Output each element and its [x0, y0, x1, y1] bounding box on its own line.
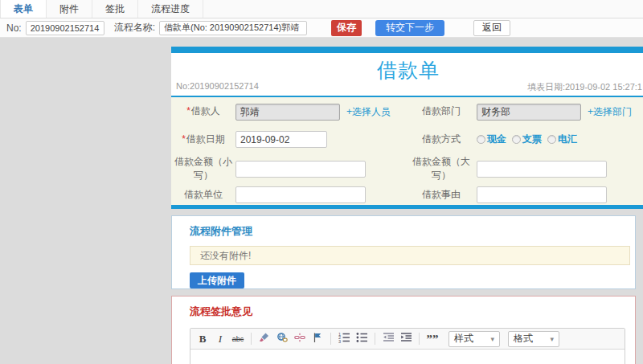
- bulleted-list-button[interactable]: [354, 331, 370, 347]
- bold-button[interactable]: B: [195, 331, 211, 347]
- format-dropdown[interactable]: 格式 ▾: [508, 331, 559, 347]
- borrow-reason-input[interactable]: [477, 186, 607, 203]
- radio-option-cheque[interactable]: 支票: [512, 133, 542, 146]
- upload-attachment-button[interactable]: 上传附件: [190, 272, 244, 288]
- amount-lowercase-label: 借款金额（小写）: [171, 155, 235, 183]
- numbered-list-button[interactable]: 123: [336, 331, 352, 347]
- strikethrough-button[interactable]: abc: [230, 331, 246, 347]
- form-no-text: No:20190902152714: [176, 81, 259, 93]
- blockquote-button[interactable]: ””: [424, 331, 440, 347]
- tab-attachments[interactable]: 附件: [47, 0, 92, 18]
- approval-section-heading: 流程签批意见: [190, 305, 635, 319]
- unlink-icon: [294, 332, 305, 346]
- outdent-button[interactable]: [380, 331, 396, 347]
- required-marker: *: [186, 105, 190, 117]
- rich-text-editor: B I abc 123: [190, 328, 625, 364]
- chevron-down-icon: ▾: [550, 335, 554, 343]
- approval-section: 流程签批意见 B I abc: [171, 296, 636, 364]
- command-bar: No: 流程名称: 保存 转交下一步 返回: [0, 18, 643, 38]
- editor-toolbar: B I abc 123: [190, 329, 625, 350]
- outdent-icon: [383, 332, 395, 346]
- toolbar-separator: [375, 333, 375, 345]
- borrow-reason-label: 借款事由: [406, 188, 477, 202]
- process-name-input[interactable]: [159, 21, 307, 35]
- attachment-section-heading: 流程附件管理: [190, 224, 635, 239]
- save-button[interactable]: 保存: [331, 20, 362, 36]
- form-bottom-bar: [171, 205, 643, 209]
- remove-format-button[interactable]: [256, 331, 272, 347]
- no-attachment-message: 还没有附件!: [190, 246, 630, 265]
- anchor-flag-button[interactable]: [309, 331, 326, 347]
- tab-approval[interactable]: 签批: [92, 0, 138, 18]
- borrow-unit-label: 借款单位: [171, 188, 235, 202]
- radio-option-cash[interactable]: 现金: [477, 133, 506, 146]
- unlink-button[interactable]: [292, 331, 308, 347]
- tab-bar: 表单 附件 签批 流程进度: [0, 0, 643, 18]
- borrower-label: *借款人: [171, 104, 235, 118]
- radio-icon[interactable]: [547, 135, 556, 144]
- no-label: No:: [6, 22, 22, 34]
- radio-icon[interactable]: [477, 135, 485, 144]
- app-screen: 表单 附件 签批 流程进度 No: 流程名称: 保存 转交下一步 返回 借款单 …: [0, 0, 643, 364]
- indent-icon: [400, 332, 412, 346]
- chevron-down-icon: ▾: [490, 335, 494, 343]
- indent-button[interactable]: [398, 331, 414, 347]
- tab-form[interactable]: 表单: [0, 0, 47, 18]
- department-label: 借款部门: [406, 104, 477, 118]
- numbered-list-icon: 123: [338, 332, 350, 346]
- link-icon: [276, 332, 288, 346]
- forward-next-step-button[interactable]: 转交下一步: [375, 20, 444, 36]
- editor-content[interactable]: [190, 350, 625, 364]
- remove-format-icon: [259, 332, 270, 346]
- italic-button[interactable]: I: [212, 331, 228, 347]
- select-person-link[interactable]: +选择人员: [346, 105, 391, 119]
- radio-option-wire-transfer[interactable]: 电汇: [547, 133, 577, 146]
- no-input[interactable]: [26, 21, 104, 35]
- borrow-method-radio-group: 现金 支票 电汇: [477, 133, 577, 146]
- anchor-flag-icon: [312, 332, 323, 346]
- toolbar-separator: [419, 333, 420, 345]
- bulleted-list-icon: [356, 332, 368, 346]
- attachment-section: 流程附件管理 还没有附件! 上传附件: [171, 215, 636, 289]
- loan-form-fields: *借款人 +选择人员 借款部门 +选择部门 *借款日期 借款方式: [171, 97, 643, 205]
- borrower-input[interactable]: [235, 104, 340, 121]
- loan-form-card: 借款单 No:20190902152714 填表日期:2019-09-02 15…: [171, 47, 643, 209]
- form-fill-date-text: 填表日期:2019-09-02 15:27:1: [527, 81, 642, 93]
- back-button[interactable]: 返回: [473, 20, 510, 36]
- tab-process-progress[interactable]: 流程进度: [138, 0, 203, 18]
- styles-dropdown[interactable]: 样式 ▾: [448, 331, 500, 347]
- borrow-method-label: 借款方式: [406, 133, 477, 146]
- department-input[interactable]: [477, 104, 581, 121]
- process-name-label: 流程名称:: [114, 21, 155, 35]
- toolbar-separator: [251, 333, 252, 345]
- select-department-link[interactable]: +选择部门: [588, 105, 632, 119]
- borrow-unit-input[interactable]: [235, 186, 366, 203]
- form-header: 借款单 No:20190902152714 填表日期:2019-09-02 15…: [171, 53, 643, 96]
- amount-lowercase-input[interactable]: [235, 161, 366, 178]
- borrow-date-input[interactable]: [235, 131, 327, 148]
- amount-uppercase-label: 借款金额（大写）: [406, 155, 477, 183]
- required-marker: *: [182, 133, 186, 145]
- borrow-date-label: *借款日期: [171, 133, 235, 146]
- form-top-bar: [171, 47, 643, 53]
- form-title: 借款单: [171, 53, 643, 84]
- toolbar-separator: [330, 333, 331, 345]
- link-button[interactable]: [274, 331, 290, 347]
- svg-text:3: 3: [338, 339, 341, 343]
- radio-icon[interactable]: [512, 135, 521, 144]
- amount-uppercase-input[interactable]: [477, 161, 607, 178]
